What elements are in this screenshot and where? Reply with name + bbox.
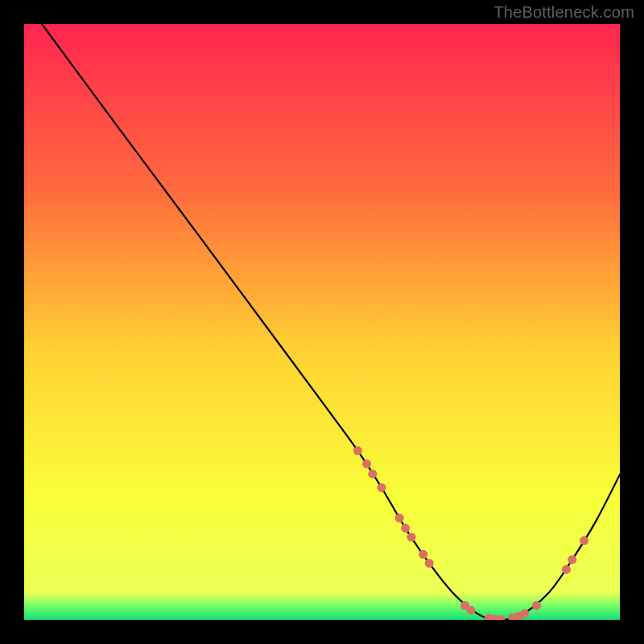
accent-dot [520,609,529,618]
accent-dot [419,550,427,559]
accent-dot [467,606,476,615]
accent-dot [425,559,434,568]
bottleneck-chart [0,0,644,644]
gradient-background [24,24,620,620]
accent-dot [562,565,571,574]
accent-dot [362,460,371,469]
accent-dot [568,555,576,564]
accent-dot [497,615,506,624]
accent-dot [368,469,377,478]
accent-dot [395,514,404,522]
accent-dot [353,446,362,455]
accent-dot [407,533,416,542]
accent-dot [378,483,386,492]
accent-dot [532,601,541,610]
accent-dot [401,524,410,533]
watermark-label: TheBottleneck.com [493,3,634,22]
accent-dot [580,536,588,545]
chart-container: TheBottleneck.com [0,0,644,644]
